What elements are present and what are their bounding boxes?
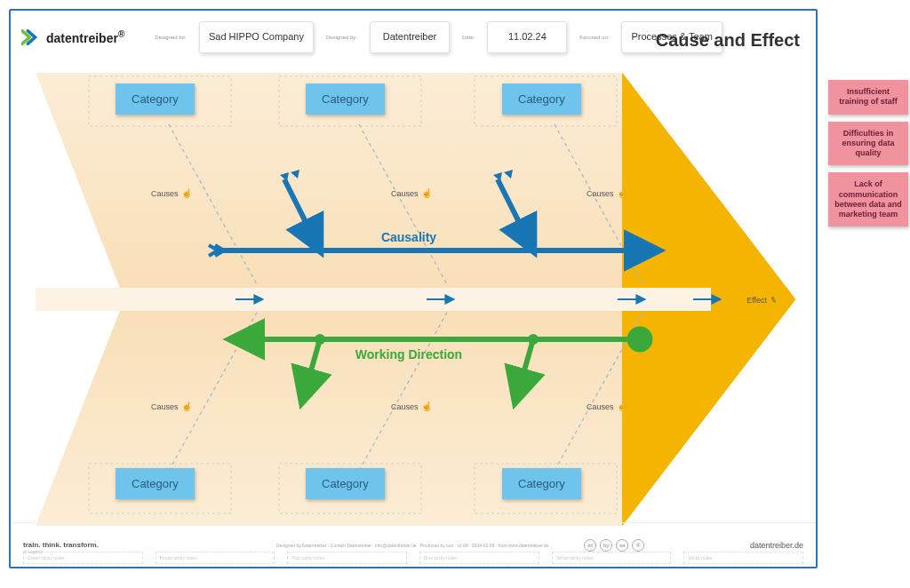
- causality-label: Causality: [381, 230, 436, 244]
- bottom-slot[interactable]: Sticky notes: [683, 552, 803, 564]
- chevron-logo-icon: [21, 29, 41, 45]
- pink-note-1[interactable]: Insufficient training of staff: [828, 80, 908, 115]
- footer-tagline: train. think. transform.: [23, 541, 99, 549]
- causes-label-top-3[interactable]: Causes: [587, 188, 627, 198]
- causes-label-top-1[interactable]: Causes: [151, 188, 192, 198]
- footer-fineprint: Designed by Datentreiber · Contact Daten…: [276, 543, 548, 548]
- pink-note-2[interactable]: Difficulties in ensuring data quality: [828, 122, 908, 166]
- causes-label-bot-2[interactable]: Causes: [391, 401, 432, 411]
- card-date[interactable]: 11.02.24: [487, 21, 567, 53]
- card-designed-for[interactable]: Sad HIPPO Company: [199, 21, 314, 53]
- bottom-slot[interactable]: Yellow sticky notes: [552, 552, 672, 564]
- category-note-bot-1[interactable]: Category: [116, 468, 195, 499]
- bottom-slot[interactable]: Purple sticky notes: [156, 552, 275, 564]
- bottom-slot[interactable]: Red sticky notes: [287, 552, 407, 564]
- causes-label-top-2[interactable]: Causes: [391, 188, 432, 198]
- template-canvas[interactable]: datentreiber® Designed for: Sad HIPPO Co…: [9, 9, 818, 568]
- card-designed-by[interactable]: Datentreiber: [370, 21, 450, 53]
- category-note-bot-2[interactable]: Category: [306, 468, 385, 499]
- cc-icon: cc: [584, 539, 596, 552]
- header-cards: Designed for: Sad HIPPO Company Designed…: [151, 21, 722, 53]
- category-note-top-2[interactable]: Category: [306, 83, 385, 115]
- category-note-top-3[interactable]: Category: [502, 83, 581, 115]
- category-note-bot-3[interactable]: Category: [502, 468, 581, 499]
- working-direction-label: Working Direction: [355, 347, 462, 362]
- fishbone-diagram[interactable]: Causality Working Direction Category Cat…: [36, 73, 795, 526]
- tm-icon: ®: [632, 539, 644, 552]
- side-notes: Insufficient training of staff Difficult…: [828, 80, 908, 226]
- label-designed-by: Designed by:: [326, 35, 357, 40]
- causes-label-bot-3[interactable]: Causes: [587, 401, 627, 411]
- causes-label-bot-1[interactable]: Causes: [151, 401, 192, 411]
- pink-note-3[interactable]: Lack of communication between data and m…: [828, 172, 908, 226]
- label-designed-for: Designed for:: [155, 35, 187, 40]
- label-focused: Focused on:: [579, 35, 609, 40]
- brand-logo: datentreiber®: [21, 29, 124, 45]
- header: datentreiber® Designed for: Sad HIPPO Co…: [11, 11, 816, 64]
- cc-badges: cc by sa ®: [584, 539, 644, 552]
- by-icon: by: [600, 539, 612, 552]
- footer-website: datentreiber.de: [750, 541, 803, 550]
- svg-rect-8: [36, 288, 711, 311]
- bottom-slot-row: Green sticky notes Purple sticky notes R…: [23, 552, 803, 564]
- bottom-slot[interactable]: Blue sticky notes: [419, 552, 539, 564]
- category-note-top-1[interactable]: Category: [116, 83, 195, 115]
- sa-icon: sa: [616, 539, 628, 552]
- brand-text: datentreiber: [46, 31, 118, 45]
- label-date: Date:: [462, 35, 475, 40]
- effect-label[interactable]: Effect: [738, 296, 778, 305]
- bottom-slot[interactable]: Green sticky notes: [23, 552, 143, 564]
- page-title: Cause and Effect: [656, 30, 800, 51]
